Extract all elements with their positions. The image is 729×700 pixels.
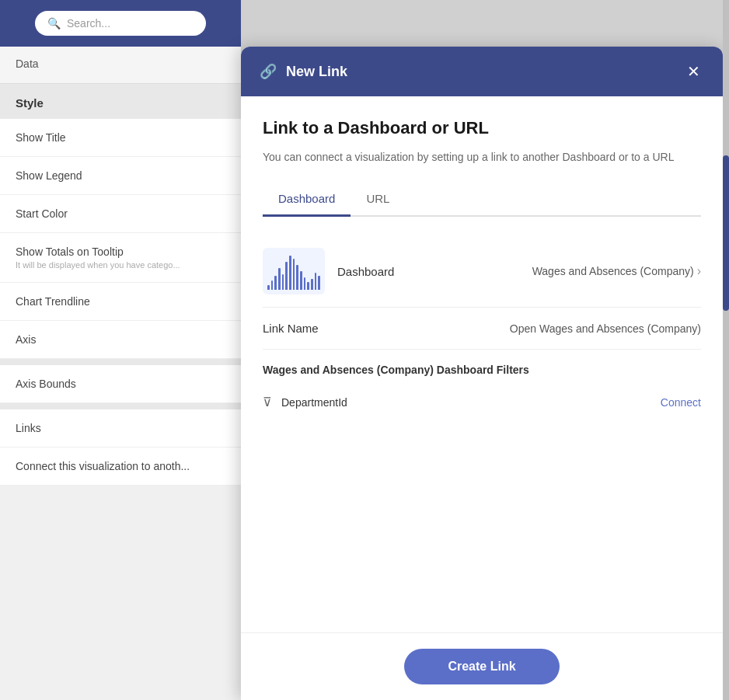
link-name-label: Link Name: [263, 322, 510, 335]
filters-title: Wages and Absences (Company) Dashboard F…: [263, 364, 701, 376]
filter-row-departmentid: ⊽ DepartmentId Connect: [263, 388, 701, 416]
new-link-modal: 🔗 New Link ✕ Link to a Dashboard or URL …: [241, 47, 723, 700]
close-button[interactable]: ✕: [682, 61, 704, 82]
sidebar: 🔍 Search... Data Style Show Title Show L…: [0, 0, 241, 700]
filters-section: Wages and Absences (Company) Dashboard F…: [263, 350, 701, 425]
sidebar-item-links[interactable]: Links: [0, 409, 241, 448]
filter-label: DepartmentId: [281, 396, 651, 409]
scroll-thumb: [723, 155, 729, 311]
show-totals-sub: It will be displayed when you have categ…: [16, 260, 225, 270]
sidebar-item-axis[interactable]: Axis: [0, 321, 241, 359]
search-bar[interactable]: 🔍 Search...: [35, 11, 206, 36]
link-name-value: Open Wages and Absences (Company): [510, 322, 701, 335]
sidebar-content: Style Show Title Show Legend Start Color…: [0, 84, 241, 700]
tab-dashboard[interactable]: Dashboard: [263, 184, 351, 217]
sidebar-header: 🔍 Search...: [0, 0, 241, 47]
modal-footer: Create Link: [241, 632, 723, 700]
sidebar-tabs: Data: [0, 47, 241, 84]
link-name-row: Link Name Open Wages and Absences (Compa…: [263, 308, 701, 350]
sidebar-item-chart-trendline[interactable]: Chart Trendline: [0, 283, 241, 321]
modal-body: Link to a Dashboard or URL You can conne…: [241, 96, 723, 632]
dashboard-row[interactable]: Dashboard Wages and Absences (Company) ›: [263, 235, 701, 308]
modal-description: You can connect a visualization by setti…: [263, 149, 701, 165]
tab-data[interactable]: Data: [0, 47, 54, 83]
tab-style[interactable]: [54, 47, 85, 83]
modal-title-bar: New Link: [286, 64, 673, 80]
show-totals-label: Show Totals on Tooltip: [16, 246, 225, 258]
scroll-indicator[interactable]: [723, 0, 729, 700]
sidebar-item-axis-bounds[interactable]: Axis Bounds: [0, 365, 241, 403]
dashboard-label: Dashboard: [337, 265, 520, 278]
sidebar-item-show-totals[interactable]: Show Totals on Tooltip It will be displa…: [0, 233, 241, 283]
link-icon: 🔗: [260, 63, 277, 80]
filter-icon: ⊽: [263, 395, 272, 409]
sidebar-item-start-color[interactable]: Start Color: [0, 195, 241, 233]
dashboard-value-text: Wages and Absences (Company): [532, 265, 694, 277]
modal-header: 🔗 New Link ✕: [241, 47, 723, 96]
create-link-button[interactable]: Create Link: [404, 649, 560, 684]
style-section-header: Style: [0, 84, 241, 119]
tab-url[interactable]: URL: [351, 184, 405, 217]
connect-button[interactable]: Connect: [661, 396, 701, 409]
search-icon: 🔍: [47, 17, 61, 30]
sidebar-item-show-legend[interactable]: Show Legend: [0, 157, 241, 195]
sidebar-item-show-title[interactable]: Show Title: [0, 119, 241, 157]
sidebar-item-connect[interactable]: Connect this visualization to anoth...: [0, 448, 241, 486]
section-divider-1: [0, 359, 241, 365]
chevron-right-icon: ›: [697, 264, 701, 278]
modal-heading: Link to a Dashboard or URL: [263, 118, 701, 138]
link-type-tabs: Dashboard URL: [263, 184, 701, 217]
dashboard-value: Wages and Absences (Company) ›: [532, 264, 701, 278]
section-divider-2: [0, 403, 241, 409]
search-placeholder: Search...: [67, 17, 110, 30]
chart-thumbnail: [263, 248, 325, 294]
